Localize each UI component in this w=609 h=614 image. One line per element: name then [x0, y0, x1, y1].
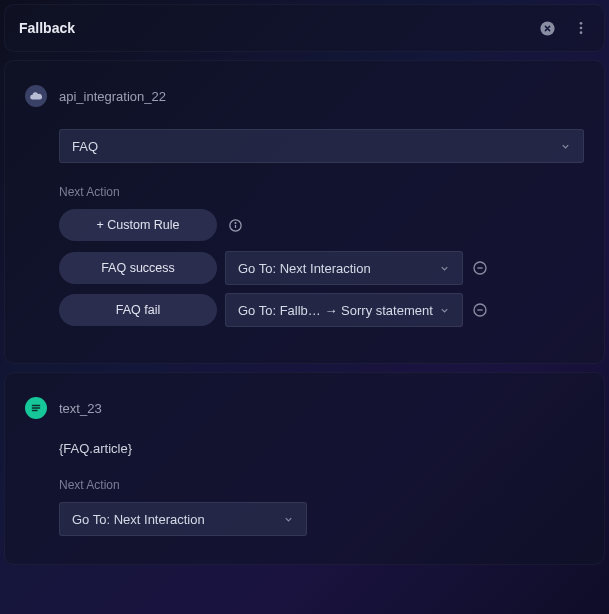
- svg-point-2: [580, 27, 583, 30]
- svg-point-6: [235, 222, 236, 223]
- remove-rule-icon[interactable]: [471, 259, 489, 277]
- rule-row: FAQ success Go To: Next Interaction: [59, 251, 584, 285]
- svg-point-3: [580, 31, 583, 34]
- chevron-down-icon: [439, 263, 450, 274]
- custom-rule-button[interactable]: + Custom Rule: [59, 209, 217, 241]
- rule-action-select[interactable]: Go To: Fallb… → Sorry statement: [225, 293, 463, 327]
- close-circle-icon[interactable]: [538, 19, 556, 37]
- faq-select-value: FAQ: [72, 139, 98, 154]
- remove-rule-icon[interactable]: [471, 301, 489, 319]
- chevron-down-icon: [560, 141, 571, 152]
- rule-condition-pill[interactable]: FAQ success: [59, 252, 217, 284]
- node-header: api_integration_22: [25, 85, 584, 107]
- node-title: text_23: [59, 401, 102, 416]
- faq-select[interactable]: FAQ: [59, 129, 584, 163]
- text-lines-icon: [25, 397, 47, 419]
- rule-condition-pill[interactable]: FAQ fail: [59, 294, 217, 326]
- flow-header: Fallback: [4, 4, 605, 52]
- node-header: text_23: [25, 397, 584, 419]
- node-text: text_23 {FAQ.article} Next Action Go To:…: [4, 372, 605, 565]
- next-action-select[interactable]: Go To: Next Interaction: [59, 502, 307, 536]
- chevron-down-icon: [283, 514, 294, 525]
- svg-point-1: [580, 22, 583, 25]
- text-content: {FAQ.article}: [59, 441, 584, 456]
- rule-action-select[interactable]: Go To: Next Interaction: [225, 251, 463, 285]
- cloud-icon: [25, 85, 47, 107]
- node-api-integration: api_integration_22 FAQ Next Action + Cus…: [4, 60, 605, 364]
- next-action-label: Next Action: [59, 185, 584, 199]
- info-icon[interactable]: [227, 217, 243, 233]
- rule-row: FAQ fail Go To: Fallb… → Sorry statement: [59, 293, 584, 327]
- flow-title: Fallback: [19, 20, 522, 36]
- node-title: api_integration_22: [59, 89, 166, 104]
- more-vert-icon[interactable]: [572, 19, 590, 37]
- next-action-label: Next Action: [59, 478, 584, 492]
- chevron-down-icon: [439, 305, 450, 316]
